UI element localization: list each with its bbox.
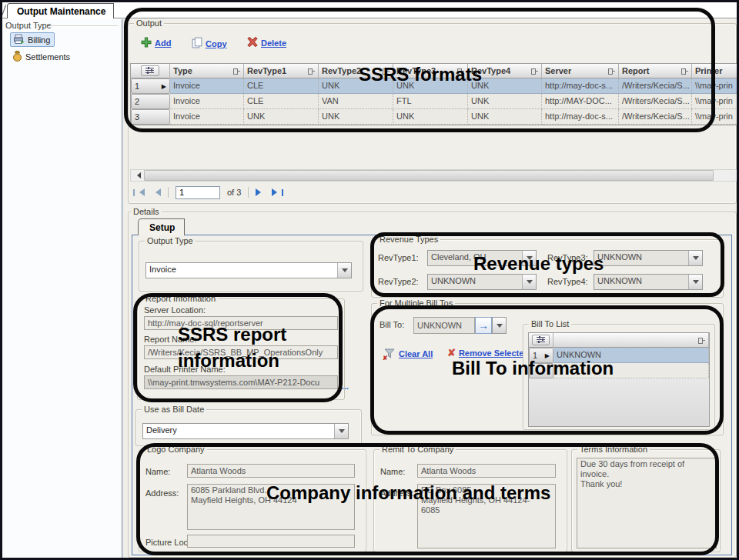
grid-row-1[interactable]: 1▶ Invoice CLE UNK UNK UNK http://may-do…: [131, 78, 737, 94]
sidebar-item-billing[interactable]: Billing: [10, 32, 55, 47]
dropdown-arrow-icon[interactable]: [522, 251, 536, 265]
cell[interactable]: CLE: [244, 78, 319, 94]
cell[interactable]: [553, 363, 709, 378]
cell[interactable]: http://may-doc-s...: [542, 78, 619, 94]
bill-to-field[interactable]: UNKNOWN: [413, 317, 475, 334]
tab-setup[interactable]: Setup: [138, 218, 185, 235]
sidebar-item-settlements[interactable]: Settlements: [10, 49, 74, 64]
cell[interactable]: Invoice: [170, 78, 244, 94]
row-header[interactable]: [529, 363, 553, 378]
cell[interactable]: /Writers/Kecia/S...: [619, 109, 692, 125]
column-chooser-header[interactable]: [131, 64, 170, 78]
column-header-revtype4[interactable]: RevType4: [468, 64, 542, 78]
cell[interactable]: VAN: [319, 94, 393, 109]
column-header-revtype1[interactable]: RevType1: [244, 64, 319, 78]
remove-selected-button[interactable]: ✘ Remove Selected: [447, 348, 529, 358]
cell[interactable]: UNK: [468, 109, 542, 125]
pin-icon[interactable]: [530, 68, 538, 75]
column-header-revtype3[interactable]: RevType3: [393, 64, 468, 78]
prev-page-button[interactable]: [152, 188, 161, 196]
grid-row-2[interactable]: 2 Invoice CLE VAN FTL UNK http://MAY-DOC…: [131, 94, 737, 109]
remit-address-field[interactable]: PO Box 6085 Mayfield Heights, OH 44124- …: [417, 484, 556, 548]
dropdown-arrow-icon[interactable]: [334, 424, 348, 438]
tab-output-maintenance[interactable]: Output Maintenance: [7, 3, 114, 18]
pin-icon[interactable]: [697, 337, 705, 344]
bill-to-row-1[interactable]: 1▶ UNKNOWN: [529, 348, 709, 363]
dropdown-arrow-icon[interactable]: [688, 251, 702, 265]
cell[interactable]: \\may-prin: [692, 109, 737, 125]
dropdown-arrow-icon: [497, 324, 503, 331]
printer-browse-button[interactable]: ...: [342, 382, 349, 391]
cell[interactable]: UNK: [244, 109, 319, 125]
dropdown-arrow-icon[interactable]: [337, 263, 351, 278]
bill-date-combobox[interactable]: Delivery: [142, 423, 349, 439]
cell[interactable]: UNK: [393, 109, 468, 125]
column-header-server[interactable]: Server: [542, 64, 619, 78]
clear-all-button[interactable]: ✘ Clear All: [384, 348, 433, 359]
column-chooser-header[interactable]: [529, 333, 553, 348]
last-page-button[interactable]: [272, 188, 283, 196]
logo-company-group-label: Logo Company: [145, 445, 207, 454]
revtype2-combobox[interactable]: UNKNOWN: [427, 274, 537, 290]
revtype4-combobox[interactable]: UNKNOWN: [594, 274, 703, 290]
pin-icon[interactable]: [232, 68, 240, 75]
row-header[interactable]: 2: [131, 94, 170, 109]
next-page-button[interactable]: [256, 188, 265, 196]
picture-loc-field[interactable]: [187, 535, 355, 548]
cell[interactable]: \\may-prin: [692, 78, 737, 94]
cell[interactable]: http://MAY-DOC...: [542, 94, 619, 109]
add-button[interactable]: Add: [141, 37, 171, 49]
scrollbar-thumb[interactable]: [144, 170, 714, 181]
grid-row-3[interactable]: 3 Invoice UNK UNK UNK UNK http://may-doc…: [131, 109, 737, 125]
cell[interactable]: Invoice: [170, 109, 244, 125]
server-location-field[interactable]: http://may-doc-sql/reportserver: [144, 316, 338, 330]
cell[interactable]: Invoice: [170, 94, 244, 109]
row-header[interactable]: 1▶: [529, 348, 553, 363]
cell[interactable]: CLE: [244, 94, 319, 109]
pin-icon[interactable]: [382, 68, 390, 75]
grid-hscrollbar[interactable]: [130, 169, 737, 182]
revtype3-combobox[interactable]: UNKNOWN: [594, 250, 703, 266]
bill-to-go-button[interactable]: →: [475, 317, 492, 334]
output-type-combobox[interactable]: Invoice: [145, 262, 352, 278]
pin-icon[interactable]: [607, 68, 615, 75]
column-header-billto[interactable]: [553, 333, 709, 348]
first-page-button[interactable]: [133, 188, 145, 196]
column-header-report[interactable]: Report: [619, 64, 692, 78]
cell[interactable]: FTL: [393, 94, 468, 109]
cell[interactable]: /Writers/Kecia/S...: [619, 78, 692, 94]
cell[interactable]: UNK: [319, 109, 393, 125]
add-plus-icon: [141, 37, 152, 49]
cell[interactable]: \\may-prin: [692, 94, 737, 109]
delete-button[interactable]: Delete: [247, 37, 286, 48]
bill-to-dropdown-button[interactable]: [492, 317, 507, 334]
cell[interactable]: /Writers/Kecia/S...: [619, 94, 692, 109]
cell[interactable]: UNKNOWN: [553, 348, 709, 363]
column-header-revtype2[interactable]: RevType2: [319, 64, 393, 78]
cell[interactable]: UNK: [468, 78, 542, 94]
report-name-field[interactable]: /Writers/Kecia/SSRS_BB_MP_OperationsOnly: [144, 345, 338, 359]
default-printer-field[interactable]: \\may-print.tmwsystems.com\MAY-P212-Docu: [144, 375, 338, 389]
cell[interactable]: UNK: [393, 78, 468, 94]
row-header[interactable]: 3: [131, 109, 170, 125]
logo-name-field[interactable]: Atlanta Woods: [187, 464, 355, 478]
cell[interactable]: http://may-doc-s...: [542, 109, 619, 125]
pin-icon[interactable]: [680, 68, 688, 75]
column-header-printer[interactable]: Printer: [692, 64, 737, 78]
dropdown-arrow-icon[interactable]: [522, 275, 536, 289]
revtype1-combobox[interactable]: Cleveland, OH: [427, 250, 537, 266]
remit-name-field[interactable]: Atlanta Woods: [417, 464, 556, 478]
column-header-type[interactable]: Type: [170, 64, 244, 78]
cell[interactable]: UNK: [319, 78, 393, 94]
cell[interactable]: UNK: [468, 94, 542, 109]
terms-field[interactable]: Due 30 days from receipt of invoice. Tha…: [577, 458, 717, 548]
pin-icon[interactable]: [307, 68, 315, 75]
dropdown-arrow-icon[interactable]: [688, 275, 702, 289]
copy-button[interactable]: Copy: [192, 37, 227, 50]
page-number-input[interactable]: [176, 186, 220, 199]
logo-address-field[interactable]: 6085 Parkland Blvd. Mayfield Heights, OH…: [187, 484, 355, 530]
bill-to-row-2[interactable]: [529, 363, 709, 378]
pin-icon[interactable]: [456, 68, 464, 75]
scroll-left-button[interactable]: [131, 170, 144, 181]
row-header[interactable]: 1▶: [131, 78, 170, 94]
